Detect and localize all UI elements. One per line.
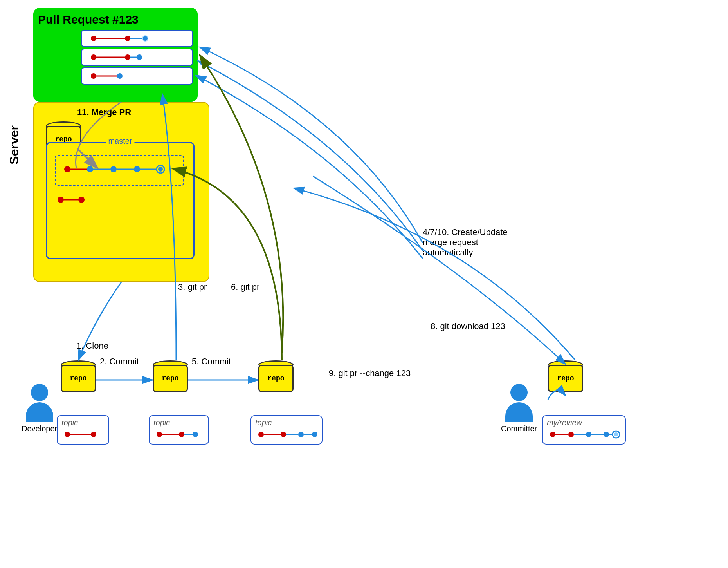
svg-point-12 xyxy=(117,73,123,79)
developer-head xyxy=(31,384,48,401)
annotation-git-pr1: 3. git pr xyxy=(178,282,207,292)
svg-point-17 xyxy=(110,166,117,172)
svg-point-26 xyxy=(65,432,70,437)
svg-point-36 xyxy=(281,432,286,437)
developer-body xyxy=(26,402,53,422)
annotation-commit1: 2. Commit xyxy=(100,356,139,367)
annotation-create-update: 4/7/10. Create/Update merge request auto… xyxy=(423,227,507,258)
pr-branch-1 xyxy=(81,30,193,47)
svg-point-33 xyxy=(193,432,198,437)
svg-point-15 xyxy=(87,166,93,172)
svg-point-0 xyxy=(91,36,96,41)
pr-title: Pull Request #123 xyxy=(38,13,193,27)
my-review-box: my/review xyxy=(542,415,626,445)
server-label: Server xyxy=(7,125,22,165)
repo-2-label: repo xyxy=(153,365,188,392)
pr-branch-2 xyxy=(81,49,193,66)
master-branch-2 xyxy=(55,194,102,207)
committer-body xyxy=(505,402,533,422)
svg-point-29 xyxy=(157,432,162,437)
svg-point-43 xyxy=(568,432,574,437)
svg-point-38 xyxy=(298,432,304,437)
repo-1: repo xyxy=(61,360,96,392)
master-box: master xyxy=(46,142,195,259)
svg-point-5 xyxy=(91,54,96,60)
server-outer-box: 11. Merge PR repo master xyxy=(33,102,209,282)
svg-point-28 xyxy=(91,432,96,437)
repo-3: repo xyxy=(258,360,294,392)
pr-branch-3 xyxy=(81,67,193,85)
committer-person: Committer xyxy=(501,384,537,433)
developer-label: Developer xyxy=(22,424,57,433)
my-review-label: my/review xyxy=(547,418,621,427)
committer-head xyxy=(510,384,528,401)
repo-4-label: repo xyxy=(548,365,583,392)
svg-point-25 xyxy=(78,197,85,203)
svg-point-40 xyxy=(312,432,317,437)
svg-point-45 xyxy=(586,432,591,437)
committer-label: Committer xyxy=(501,424,537,433)
repo-2: repo xyxy=(153,360,188,392)
diagram: Server Pull Request #123 xyxy=(0,0,728,568)
svg-point-34 xyxy=(258,432,264,437)
topic-label-3: topic xyxy=(255,418,318,427)
annotation-git-pr2: 6. git pr xyxy=(231,282,259,292)
topic-box-2: topic xyxy=(149,415,209,445)
repo-4: repo xyxy=(548,360,583,392)
svg-point-4 xyxy=(142,36,148,41)
annotation-clone: 1. Clone xyxy=(76,341,108,351)
master-label: master xyxy=(106,137,134,146)
topic-label-1: topic xyxy=(61,418,105,427)
svg-point-31 xyxy=(179,432,184,437)
svg-point-13 xyxy=(64,166,70,172)
svg-point-41 xyxy=(550,432,555,437)
merge-pr-label: 11. Merge PR xyxy=(77,107,131,118)
svg-point-22 xyxy=(158,167,163,172)
svg-point-23 xyxy=(58,197,64,203)
svg-point-50 xyxy=(614,432,618,436)
repo-3-label: repo xyxy=(258,365,294,392)
svg-point-7 xyxy=(125,54,130,60)
annotation-commit2: 5. Commit xyxy=(192,356,231,367)
topic-box-3: topic xyxy=(250,415,323,445)
svg-point-10 xyxy=(91,73,96,79)
svg-point-9 xyxy=(137,54,142,60)
merged-commits-box xyxy=(55,155,184,186)
svg-point-47 xyxy=(604,432,609,437)
topic-box-1: topic xyxy=(57,415,109,445)
pr-box: Pull Request #123 xyxy=(33,8,198,102)
topic-label-2: topic xyxy=(153,418,204,427)
svg-point-2 xyxy=(125,36,130,41)
annotation-git-download: 8. git download 123 xyxy=(431,321,505,331)
developer-person: Developer xyxy=(22,384,57,433)
svg-point-19 xyxy=(134,166,140,172)
annotation-git-pr-change: 9. git pr --change 123 xyxy=(329,368,411,378)
repo-1-label: repo xyxy=(61,365,96,392)
